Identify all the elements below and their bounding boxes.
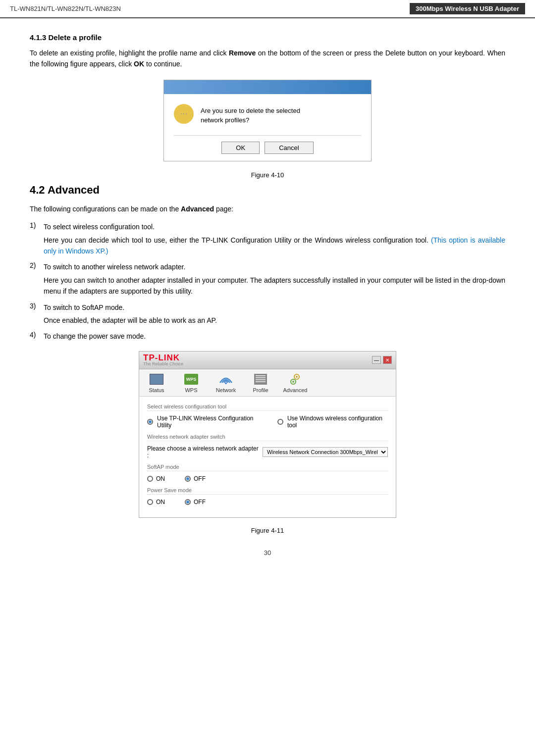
radio-power-on[interactable]: [147, 499, 153, 505]
softap-on-label: ON: [156, 475, 165, 482]
list-item-1: 1) To select wireless configuration tool…: [30, 221, 505, 256]
dialog-buttons: OK Cancel: [174, 135, 361, 154]
intro-text: The following configurations can be made…: [30, 205, 181, 213]
svg-point-2: [296, 376, 298, 378]
radio-softap-on[interactable]: [147, 476, 153, 482]
radio-power-off[interactable]: [185, 499, 191, 505]
tplink-logo: TP-LINK The Reliable Choice: [143, 353, 183, 366]
section-413-heading: 4.1.3 Delete a profile: [30, 33, 505, 42]
tplink-nav: Status WPS WPS Netwo: [139, 369, 396, 397]
intro-end: page:: [214, 205, 233, 213]
dialog-title-bar: [164, 80, 371, 94]
minimize-button[interactable]: —: [372, 356, 381, 364]
config-label-powersave: Power Save mode: [147, 487, 388, 495]
dialog-body: ··· Are you sure to delete the selected …: [164, 94, 371, 161]
nav-item-profile[interactable]: Profile: [248, 372, 273, 396]
list-subtext-3: Once enabled, the adapter will be able t…: [44, 315, 505, 326]
nav-item-wps[interactable]: WPS WPS: [179, 372, 204, 396]
radio-tplink-utility[interactable]: [147, 419, 153, 425]
tplink-logo-sub: The Reliable Choice: [143, 362, 183, 366]
list-item-4: 4) To change the power save mode.: [30, 331, 505, 342]
advanced-bold: Advanced: [181, 205, 214, 213]
list-text-1: To select wireless configuration tool.: [44, 221, 155, 232]
advanced-icon: [288, 372, 303, 386]
config-label-wireless: Select wireless configuration tool: [147, 403, 388, 411]
radio-label-windows: Use Windows wireless configuration tool: [287, 415, 388, 429]
dialog-message: Are you sure to delete the selected netw…: [201, 104, 300, 125]
tplink-body: Select wireless configuration tool Use T…: [139, 397, 396, 517]
dialog-ok-button[interactable]: OK: [221, 142, 260, 154]
network-icon: [218, 372, 233, 386]
tplink-title-bar: TP-LINK The Reliable Choice — ✕: [139, 352, 396, 369]
figure-11-tplink-ui: TP-LINK The Reliable Choice — ✕ Status W…: [139, 351, 396, 518]
list-num-2: 2): [30, 261, 44, 269]
radio-softap-off[interactable]: [185, 476, 191, 482]
list-item-2: 2) To switch to another wireless network…: [30, 261, 505, 297]
nav-item-status[interactable]: Status: [144, 372, 169, 396]
config-label-adapter: Wireless network adapter switch: [147, 434, 388, 441]
profile-icon: [253, 372, 268, 386]
section-42-heading: 4.2 Advanced: [30, 184, 505, 197]
figure-10-dialog: ··· Are you sure to delete the selected …: [163, 80, 372, 161]
list-item-3: 3) To switch to SoftAP mode. Once enable…: [30, 302, 505, 326]
windows-xp-note: (This option is available only in Window…: [44, 236, 505, 255]
section-42-intro: The following configurations can be made…: [30, 203, 505, 214]
nav-label-status: Status: [149, 387, 164, 393]
advanced-list: 1) To select wireless configuration tool…: [30, 221, 505, 342]
softap-row: ON OFF: [147, 475, 388, 482]
list-text-3: To switch to SoftAP mode.: [44, 302, 124, 313]
radio-label-tplink: Use TP-LINK Wireless Configuration Utili…: [157, 415, 264, 429]
list-num-1: 1): [30, 221, 44, 229]
nav-item-advanced[interactable]: Advanced: [283, 372, 308, 396]
nav-label-wps: WPS: [185, 387, 197, 393]
dialog-message-line2: network profiles?: [201, 115, 300, 125]
page-number: 30: [30, 549, 505, 556]
body-text-1: To delete an existing profile, highlight…: [30, 49, 229, 57]
softap-off-label: OFF: [194, 475, 206, 482]
ok-bold: OK: [134, 60, 144, 68]
page-header: TL-WN821N/TL-WN822N/TL-WN823N 300Mbps Wi…: [0, 0, 535, 18]
main-content: 4.1.3 Delete a profile To delete an exis…: [0, 18, 535, 576]
header-model: TL-WN821N/TL-WN822N/TL-WN823N: [10, 5, 410, 12]
nav-label-advanced: Advanced: [283, 387, 308, 393]
window-controls: — ✕: [372, 356, 392, 364]
nav-label-network: Network: [216, 387, 236, 393]
powersave-row: ON OFF: [147, 499, 388, 505]
status-icon: [149, 372, 164, 386]
tplink-logo-name: TP-LINK: [143, 353, 183, 362]
adapter-select[interactable]: Wireless Network Connection 300Mbps_Wire…: [263, 447, 388, 457]
close-button[interactable]: ✕: [383, 356, 392, 364]
dialog-content-row: ··· Are you sure to delete the selected …: [174, 104, 361, 125]
list-subtext-2: Here you can switch to another adapter i…: [44, 275, 505, 297]
svg-point-0: [225, 382, 227, 384]
figure-10-caption: Figure 4-10: [30, 171, 505, 179]
svg-point-4: [292, 381, 294, 383]
dialog-warning-icon: ···: [174, 104, 194, 124]
list-text-4: To change the power save mode.: [44, 331, 146, 342]
body-text-1c: to continue.: [144, 60, 182, 68]
dialog-cancel-button[interactable]: Cancel: [265, 142, 313, 154]
list-text-2: To switch to another wireless network ad…: [44, 261, 185, 272]
list-num-3: 3): [30, 302, 44, 310]
list-subtext-1: Here you can decide which tool to use, e…: [44, 235, 505, 257]
nav-item-network[interactable]: Network: [214, 372, 238, 396]
remove-bold: Remove: [229, 49, 256, 57]
radio-row-tplink: Use TP-LINK Wireless Configuration Utili…: [147, 415, 388, 429]
list-num-4: 4): [30, 331, 44, 339]
config-label-softap: SoftAP mode: [147, 464, 388, 471]
adapter-label: Please choose a wireless network adapter…: [147, 445, 259, 459]
nav-label-profile: Profile: [253, 387, 268, 393]
radio-windows[interactable]: [277, 419, 283, 425]
power-on-label: ON: [156, 499, 165, 505]
header-product: 300Mbps Wireless N USB Adapter: [410, 3, 525, 14]
figure-11-caption: Figure 4-11: [30, 527, 505, 534]
adapter-row: Please choose a wireless network adapter…: [147, 445, 388, 459]
dialog-message-line1: Are you sure to delete the selected: [201, 106, 300, 116]
section-413-body: To delete an existing profile, highlight…: [30, 48, 505, 70]
wps-icon: WPS: [184, 372, 199, 386]
power-off-label: OFF: [194, 499, 206, 505]
